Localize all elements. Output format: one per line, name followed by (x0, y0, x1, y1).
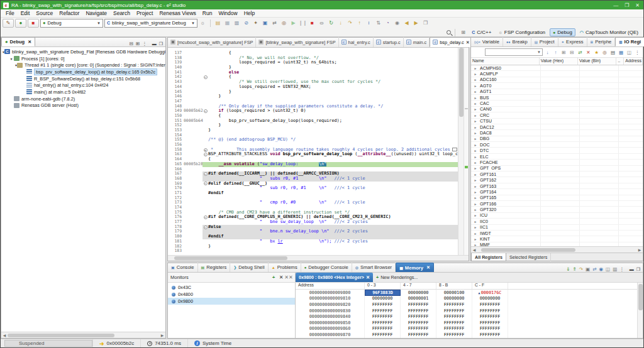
memory-value-cell[interactable]: FFFFFFFF (365, 320, 401, 326)
instruction-stepping-icon[interactable]: i (365, 19, 373, 27)
open-console-icon[interactable]: ▣ (261, 19, 269, 27)
register-row[interactable]: ▸GPT165 (471, 195, 643, 201)
new-memory-view-icon[interactable]: ▣ (586, 266, 590, 272)
register-row[interactable]: ▸DAC8 (471, 130, 643, 136)
scroll-right-icon[interactable]: ▶ (159, 333, 165, 337)
memory-column-2[interactable]: 4 - 7 (401, 283, 436, 289)
close-rendering-icon[interactable]: ✕ (366, 275, 370, 280)
register-row[interactable]: ▸ACMPHS0 (471, 65, 643, 71)
flash-programmer-button[interactable]: ✎ (3, 19, 14, 28)
debug-launch-button[interactable]: ● (15, 19, 26, 28)
register-row[interactable]: ▸DAC12 (471, 124, 643, 130)
save-icon[interactable]: ▦ (223, 19, 231, 27)
scroll-left-icon[interactable]: ◀ (1, 333, 8, 337)
debug-tree-row[interactable]: R_BSP_SoftwareDelay() at bsp_delay.c:151… (1, 75, 165, 82)
register-row[interactable]: ▸GPT_OPS (471, 166, 643, 171)
expander-icon[interactable]: ▸ (471, 195, 480, 200)
expander-icon[interactable]: ▸ (471, 136, 480, 141)
tab-debug[interactable]: ●Debug✕ (1, 37, 35, 46)
debug-tree-row[interactable]: main() at main.c:5 0x4f82 (1, 89, 165, 95)
add-rendering-icon[interactable]: ↷ (579, 266, 583, 272)
register-row[interactable]: ▸DOC (471, 142, 643, 148)
maximize-icon[interactable]: ❐ (625, 3, 629, 8)
expander-icon[interactable]: ▸ (471, 113, 480, 117)
link-with-editor-icon[interactable]: ⇄ (270, 19, 279, 27)
memory-address-cell[interactable]: 0000000000009820 (296, 302, 365, 308)
launch-config-combo[interactable]: Cblinky_swap_with_signature Debug▼ (104, 19, 197, 28)
register-row[interactable]: ▸BUS (471, 95, 643, 101)
register-row[interactable]: ▸GPT162 (471, 177, 643, 183)
fold-toggle-icon[interactable]: + (203, 148, 208, 153)
navigate-down-icon[interactable]: ↓ (544, 49, 551, 56)
close-tab-icon[interactable]: ✕ (466, 40, 470, 45)
new-renderings-tab[interactable]: + New Renderings... (373, 273, 421, 282)
debug-mode-combo[interactable]: ●Debug▼ (40, 19, 103, 28)
remove-icon[interactable]: ✕ (585, 49, 592, 56)
open-perspective-icon[interactable]: ⊞ (459, 28, 467, 36)
fold-toggle-icon[interactable]: − (203, 225, 208, 230)
save-all-icon[interactable]: ▩ (233, 19, 241, 27)
tab-all-registers[interactable]: All Registers (471, 253, 506, 261)
expander-icon[interactable]: ▸ (471, 125, 480, 129)
memory-value-cell[interactable]: FFFFFFFF (401, 313, 436, 320)
memory-value-cell[interactable]: FFFFFFFF (436, 313, 472, 320)
remove-all-monitors-icon[interactable]: ✕✕ (285, 274, 292, 281)
memory-value-cell[interactable]: FFFFFFFF (436, 332, 472, 338)
tab-problems[interactable]: ▲Problems (269, 263, 301, 272)
memory-value-cell[interactable]: FFFFFFFF (472, 332, 508, 338)
register-filter-input[interactable]: ▼ (485, 48, 543, 56)
memory-value-cell[interactable]: 96F3883D (365, 290, 401, 296)
memory-monitor-item[interactable]: 0x4800 (168, 291, 295, 298)
collapse-all-icon[interactable]: ⊟ (569, 49, 575, 56)
collapsed-region-icon[interactable] (452, 148, 457, 151)
debug-tree-row[interactable]: arm-none-eabi-gdb (7.8.2) (1, 95, 165, 102)
memory-value-cell[interactable]: 00000001 (401, 296, 436, 302)
register-row[interactable]: ▸ELC (471, 154, 643, 160)
menu-help[interactable]: Help (241, 10, 258, 16)
memory-value-cell[interactable]: FFFFFFFF (401, 320, 436, 326)
editor-tab--mcuboot-swap-with-signature-fsp[interactable]: [mcuboot_swap_with_signature] FSP (168, 37, 256, 47)
expander-icon[interactable]: ▸ (471, 143, 480, 147)
memory-value-cell[interactable]: FFFFFFFF (365, 302, 401, 308)
minimize-view-icon[interactable]: ▬ (152, 41, 157, 46)
column-header-valuebin[interactable]: Value (Bin) (578, 58, 616, 65)
tab-selected-registers[interactable]: Selected Registers (506, 253, 551, 261)
memory-value-cell[interactable]: FFFFFFFF (472, 302, 508, 308)
step-into-icon[interactable]: ↓ (336, 19, 345, 27)
step-over-icon[interactable]: ↷ (346, 19, 354, 27)
export-memory-icon[interactable]: ⇑ (573, 266, 577, 272)
menu-renesas-views[interactable]: Renesas Views (156, 10, 199, 16)
expander-icon[interactable]: ▸ (471, 95, 480, 100)
register-row[interactable]: ▸ICU (471, 213, 643, 219)
debug-tree-row[interactable]: ▾Process [1] [cores: 0] (1, 55, 165, 62)
menu-run[interactable]: Run (199, 10, 216, 16)
debug-tree-row[interactable]: Renesas GDB server (Host) (1, 102, 165, 109)
memory-value-cell[interactable]: FFFFFFFF (365, 313, 401, 320)
link-memory-rendering-icon[interactable]: ⇄ (592, 266, 596, 272)
register-row[interactable]: ▸AGT1 (471, 89, 643, 95)
expander-icon[interactable]: ▸ (471, 119, 480, 123)
column-header-address[interactable]: Address (624, 58, 643, 65)
register-row[interactable]: ▸CTSU (471, 119, 643, 124)
maximize-view-icon[interactable]: ❐ (636, 267, 640, 272)
memory-value-cell[interactable]: FFFFFFFF (436, 326, 472, 332)
debug-tree-row[interactable]: ▾Thread #1 1 (single core) [core: 0] (Su… (1, 62, 165, 68)
memory-value-cell[interactable]: FFFFFFFF (365, 308, 401, 314)
tab-express[interactable]: ✦Express (558, 37, 587, 46)
scroll-left-icon[interactable]: ◀ (471, 247, 477, 252)
fold-toggle-icon[interactable]: − (203, 182, 208, 187)
memory-vscrollbar[interactable] (637, 283, 643, 338)
menu-window[interactable]: Window (215, 10, 240, 16)
register-row[interactable]: ▸CRC (471, 112, 643, 118)
build-icon[interactable]: ✦ (252, 19, 260, 27)
editor-tab-bsp-delay-c[interactable]: cbsp_delay.c✕ (430, 37, 473, 47)
fold-toggle-icon[interactable]: − (203, 215, 208, 220)
toggle-split-icon[interactable]: ▥ (613, 266, 617, 272)
expander-icon[interactable]: ▸ (471, 172, 480, 177)
memory-value-cell[interactable]: FFFFFFFF (472, 326, 508, 332)
overview-ruler[interactable] (464, 48, 469, 255)
fold-toggle-icon[interactable]: − (203, 109, 208, 114)
editor-hscrollbar[interactable] (168, 255, 469, 261)
resume-icon[interactable]: ▶ (289, 19, 297, 27)
minimize-icon[interactable]: — (613, 3, 618, 8)
